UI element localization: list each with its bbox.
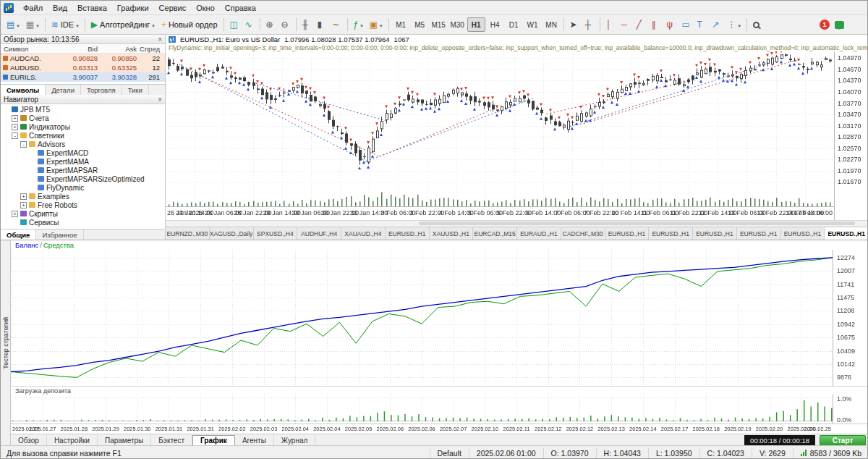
chart-tab-12[interactable]: EURUSD.,H1 <box>693 227 737 240</box>
timeframe-h4-button[interactable]: H4 <box>486 17 504 32</box>
market-watch-tab-1[interactable]: Детали <box>46 85 81 95</box>
arrow-object-button[interactable]: ↗ <box>710 17 724 33</box>
vertical-line-button[interactable]: │ <box>603 17 618 33</box>
market-watch-row[interactable]: AUDUSD.0.633130.6332512 <box>1 63 165 72</box>
expander-toggle[interactable]: - <box>20 141 27 148</box>
tree-item-ea[interactable]: FlyDynamic <box>1 183 165 192</box>
fibonacci-button[interactable]: ψ <box>664 17 678 33</box>
zoom-out-button[interactable]: ⊖ <box>278 17 293 33</box>
expander-toggle[interactable]: + <box>12 211 18 217</box>
market-depth-button[interactable]: ◫ <box>227 17 242 33</box>
tester-tab-3[interactable]: Бэктест <box>151 435 192 446</box>
shapes-button[interactable]: ▭ <box>679 17 694 33</box>
horizontal-line-button[interactable]: ─ <box>618 17 633 33</box>
chart-tab-1[interactable]: XAGUSD.,Daily <box>210 227 254 240</box>
expander-toggle[interactable]: + <box>20 193 27 200</box>
cursor-button[interactable]: ➤ <box>567 17 582 33</box>
chart-tab-6[interactable]: XAUUSD.,H1 <box>430 227 474 240</box>
start-button[interactable]: Старт <box>820 435 866 446</box>
tree-item-ea[interactable]: ExpertMAMA <box>1 157 165 166</box>
expander-toggle[interactable]: + <box>12 124 18 130</box>
tree-item-ea[interactable]: ExpertMAPSARSizeOptimized <box>1 174 165 183</box>
chart-tab-15[interactable]: EURUSD.,H1 <box>825 227 868 240</box>
tester-tab-1[interactable]: Настройки <box>47 435 98 446</box>
menu-item-2[interactable]: Вставка <box>72 2 112 14</box>
profiles-button[interactable]: ▦ <box>23 17 42 33</box>
timeframe-mn-button[interactable]: MN <box>542 17 561 32</box>
tester-tab-5[interactable]: Агенты <box>235 435 274 446</box>
chart-scrollbar[interactable] <box>166 220 868 227</box>
market-watch-row[interactable]: EURILS.3.900373.90328291 <box>1 72 165 82</box>
tree-item-ea[interactable]: ExpertMAPSAR <box>1 166 165 174</box>
chart-tab-0[interactable]: EURNZD.,M30 <box>166 227 210 240</box>
tree-item-indicators[interactable]: +Индикаторы <box>1 122 165 131</box>
objects-more-button[interactable]: ⋮ <box>725 17 744 33</box>
tester-tab-6[interactable]: Журнал <box>274 435 316 446</box>
tick-chart-button[interactable]: ∿ <box>242 17 257 33</box>
new-order-button[interactable]: +Новый ордер <box>158 17 221 33</box>
menu-item-5[interactable]: Окно <box>191 2 220 14</box>
price-chart-canvas[interactable] <box>166 51 868 220</box>
timeframe-h1-button[interactable]: H1 <box>467 17 485 32</box>
menu-item-3[interactable]: Графики <box>112 2 154 14</box>
chart-tab-11[interactable]: EURUSD.,H1 <box>649 227 693 240</box>
equidistant-channel-button[interactable]: ∥ <box>649 17 663 33</box>
market-watch-row[interactable]: AUDCAD.0.908280.9085022 <box>1 54 165 63</box>
tree-item-folder[interactable]: +Examples <box>1 192 165 201</box>
chart-tab-5[interactable]: EURUSD.,H1 <box>386 227 430 240</box>
trendline-button[interactable]: ╱ <box>634 17 648 33</box>
crosshair-button[interactable]: ┼ <box>582 17 597 33</box>
timeframe-m5-button[interactable]: M5 <box>411 17 429 32</box>
tester-tab-2[interactable]: Параметры <box>98 435 151 446</box>
timeframe-m30-button[interactable]: M30 <box>448 17 467 32</box>
zoom-in-button[interactable]: ⊕ <box>263 17 278 33</box>
line-chart-button[interactable]: ∼ <box>330 17 344 33</box>
tree-item-ea[interactable]: ExpertMACD <box>1 148 165 157</box>
candle-chart-button[interactable]: ▮ <box>315 17 329 33</box>
tree-item-folder[interactable]: +Free Robots <box>1 201 165 209</box>
tester-tab-4[interactable]: График <box>192 435 235 446</box>
chart-tab-7[interactable]: EURCAD.,M15 <box>473 227 517 240</box>
chart-tab-10[interactable]: EURUSD.,H1 <box>605 227 650 240</box>
menu-item-6[interactable]: Справка <box>220 2 261 14</box>
market-watch-tab-0[interactable]: Символы <box>1 85 46 95</box>
tester-tab-0[interactable]: Обзор <box>11 435 47 446</box>
new-chart-button[interactable]: ▤ <box>4 17 22 33</box>
timeframe-d1-button[interactable]: D1 <box>505 17 523 32</box>
timeframe-m1-button[interactable]: M1 <box>392 17 410 32</box>
chart-tab-4[interactable]: XAUAUD.,H4 <box>341 227 386 240</box>
notifications-badge[interactable]: 1 <box>820 20 830 30</box>
tree-item-services[interactable]: Сервисы <box>1 218 165 227</box>
expander-toggle[interactable]: - <box>12 132 18 139</box>
menu-item-1[interactable]: Вид <box>48 2 72 14</box>
equity-chart-canvas[interactable] <box>11 250 868 386</box>
chart-tab-3[interactable]: AUDHUF.,H4 <box>297 227 341 240</box>
chart-tab-2[interactable]: SPXUSD.,H4 <box>254 227 298 240</box>
column-header-2[interactable]: Ask <box>101 45 140 53</box>
ide-button[interactable]: ≋IDE <box>48 17 82 33</box>
expander-toggle[interactable]: + <box>20 202 27 209</box>
close-icon[interactable] <box>158 35 162 43</box>
menu-item-4[interactable]: Сервис <box>154 2 192 14</box>
tree-item-folder[interactable]: -Advisors <box>1 140 165 148</box>
close-icon[interactable] <box>158 96 162 104</box>
column-header-3[interactable]: Спред <box>140 45 163 53</box>
menu-item-0[interactable]: Файл <box>18 2 48 14</box>
objects-button[interactable]: ▣ <box>367 17 386 33</box>
chart-tab-14[interactable]: EURUSD.,H1 <box>781 227 825 240</box>
chart-tab-9[interactable]: CADCHF.,M30 <box>561 227 605 240</box>
status-profile[interactable]: Default <box>430 448 469 458</box>
expander-toggle[interactable]: + <box>12 115 18 122</box>
bar-chart-button[interactable]: ╫ <box>299 17 314 33</box>
navigator-tab-0[interactable]: Общие <box>1 230 36 240</box>
strategy-tester-side-strip[interactable]: Тестер стратегий <box>1 240 11 445</box>
timeframe-m15-button[interactable]: M15 <box>430 17 448 32</box>
algo-trading-toggle[interactable]: ▶Алготрейдинг <box>88 17 158 33</box>
text-label-button[interactable]: T <box>694 17 709 33</box>
navigator-tab-1[interactable]: Избранное <box>36 230 83 240</box>
column-header-1[interactable]: Bid <box>61 45 101 53</box>
community-button[interactable] <box>835 21 844 29</box>
tree-item-accounts[interactable]: +Счета <box>1 114 165 122</box>
chart-tab-8[interactable]: EURAUD.,H1 <box>517 227 561 240</box>
search-button[interactable] <box>750 17 765 33</box>
